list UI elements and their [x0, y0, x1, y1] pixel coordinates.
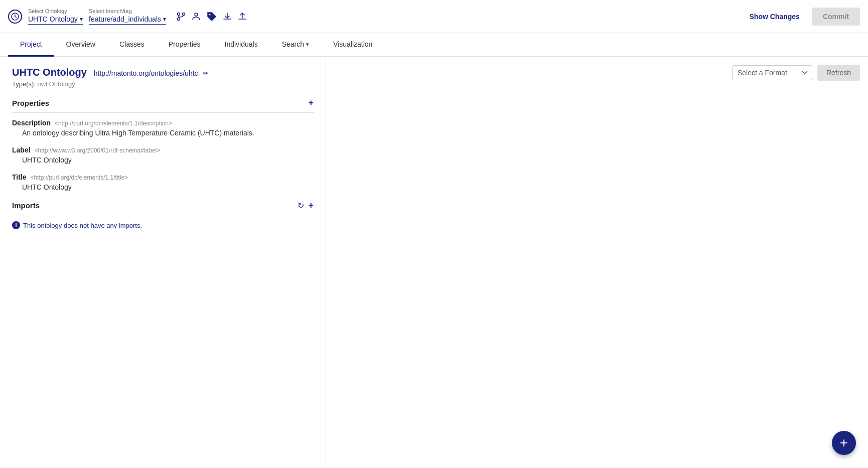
ontology-header: UHTC Ontology http://matonto.org/ontolog…: [12, 67, 314, 88]
svg-point-2: [183, 13, 185, 15]
tab-search[interactable]: Search ▾: [270, 33, 321, 57]
properties-section-actions: +: [308, 98, 314, 108]
prop-label-name: Label: [12, 146, 31, 154]
imports-empty-text: This ontology does not have any imports.: [23, 222, 142, 229]
property-label: Label <http://www.w3.org/2000/01/rdf-sch…: [12, 146, 314, 164]
prop-description-uri: <http://purl.org/dc/elements/1.1/descrip…: [55, 120, 172, 127]
fab-button[interactable]: +: [832, 431, 856, 455]
right-panel: Select a Format Turtle RDF/XML JSON-LD N…: [326, 57, 868, 467]
branch-select[interactable]: feature/add_individuals: [89, 15, 171, 23]
toolbar-icons: [176, 11, 247, 22]
prop-label-uri: <http://www.w3.org/2000/01/rdf-schema#la…: [34, 147, 160, 154]
properties-section-title: Properties: [12, 99, 49, 107]
upload-icon[interactable]: [237, 12, 247, 22]
topbar: Select Ontology UHTC Ontology ▾ Select b…: [0, 0, 868, 33]
edit-icon[interactable]: ✏: [203, 69, 209, 77]
prop-description-name: Description: [12, 119, 51, 127]
prop-title-value: UHTC Ontology: [12, 183, 314, 191]
ontology-select-label: Select Ontology: [28, 8, 83, 14]
property-title: Title <http://purl.org/dc/elements/1.1/t…: [12, 173, 314, 191]
refresh-button[interactable]: Refresh: [817, 65, 860, 81]
tab-visualization[interactable]: Visualization: [321, 33, 384, 57]
main-content: UHTC Ontology http://matonto.org/ontolog…: [0, 57, 868, 467]
prop-label-value: UHTC Ontology: [12, 156, 314, 164]
prop-title-name: Title: [12, 173, 27, 181]
tab-overview[interactable]: Overview: [54, 33, 107, 57]
format-select[interactable]: Select a Format Turtle RDF/XML JSON-LD N…: [732, 65, 812, 80]
branch-select-label: Select branch/tag: [89, 8, 166, 14]
imports-section-header: Imports ↻ +: [12, 200, 314, 215]
download-icon[interactable]: [222, 12, 232, 22]
imports-section-title: Imports: [12, 201, 40, 210]
tag-icon[interactable]: [206, 11, 217, 22]
commit-button[interactable]: Commit: [812, 8, 860, 26]
prop-title-uri: <http://purl.org/dc/elements/1.1/title>: [30, 174, 128, 181]
imports-empty-message: i This ontology does not have any import…: [12, 221, 314, 229]
svg-point-3: [178, 18, 180, 20]
show-changes-button[interactable]: Show Changes: [744, 9, 806, 25]
tab-properties[interactable]: Properties: [157, 33, 213, 57]
person-icon[interactable]: [191, 12, 201, 22]
imports-section: Imports ↻ + i This ontology does not hav…: [12, 200, 314, 229]
properties-section-header: Properties +: [12, 98, 314, 113]
info-icon: i: [12, 221, 20, 229]
prop-description-value: An ontology describing Ultra High Temper…: [12, 129, 314, 137]
property-description: Description <http://purl.org/dc/elements…: [12, 119, 314, 137]
svg-point-1: [178, 13, 180, 15]
branch-selector-group: Select branch/tag feature/add_individual…: [89, 8, 166, 25]
format-toolbar: Select a Format Turtle RDF/XML JSON-LD N…: [334, 65, 860, 81]
left-panel: UHTC Ontology http://matonto.org/ontolog…: [0, 57, 326, 467]
tab-classes[interactable]: Classes: [107, 33, 157, 57]
svg-point-4: [195, 13, 198, 16]
search-dropdown-icon: ▾: [306, 41, 309, 48]
ontology-select[interactable]: UHTC Ontology: [28, 15, 88, 23]
tab-project[interactable]: Project: [8, 33, 54, 57]
ontology-uri: http://matonto.org/ontologies/uhtc: [94, 69, 198, 77]
history-icon: [8, 10, 22, 24]
svg-point-5: [209, 14, 211, 15]
add-property-icon[interactable]: +: [308, 98, 314, 108]
branch-merge-icon[interactable]: [176, 12, 186, 22]
ontology-title: UHTC Ontology: [12, 67, 87, 78]
imports-section-actions: ↻ +: [298, 200, 314, 211]
ontology-type: Type(s): owl:Ontology: [12, 80, 314, 88]
properties-section: Properties + Description <http://purl.or…: [12, 98, 314, 191]
tab-navigation: Project Overview Classes Properties Indi…: [0, 33, 868, 57]
tab-individuals[interactable]: Individuals: [213, 33, 270, 57]
add-import-icon[interactable]: +: [308, 200, 314, 211]
fab-icon: +: [840, 435, 848, 451]
refresh-imports-icon[interactable]: ↻: [298, 201, 304, 210]
ontology-selector-group: Select Ontology UHTC Ontology ▾: [28, 8, 83, 25]
